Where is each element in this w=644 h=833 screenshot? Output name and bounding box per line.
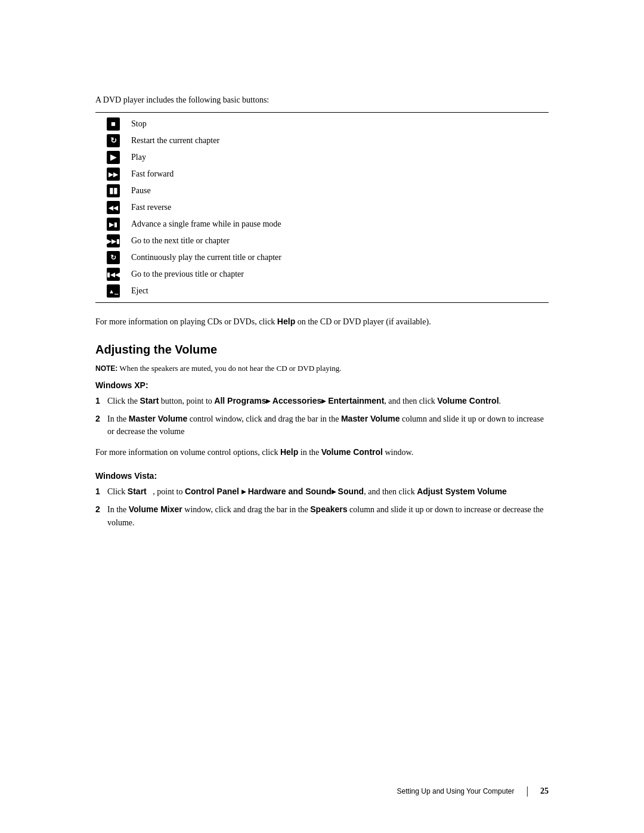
note-block: NOTE: When the speakers are muted, you d… (95, 363, 549, 374)
step-number: 1 (95, 485, 107, 498)
play-icon: ▶ (107, 151, 120, 164)
note-text: When the speakers are muted, you do not … (119, 364, 341, 373)
xp-steps-list: 1 Click the Start button, point to All P… (95, 395, 549, 438)
start-term2: Start (128, 487, 147, 496)
prevtitle-icon: ▮◀◀ (107, 268, 120, 281)
windows-vista-label: Windows Vista: (95, 471, 549, 481)
icon-cell: ▶ (95, 149, 131, 166)
table-row: ▮▮ Pause (95, 182, 549, 199)
note-label: NOTE: (95, 364, 117, 373)
description-cell: Continuously play the current title or c… (131, 249, 549, 266)
nexttitle-icon: ▶▶▮ (107, 234, 120, 247)
icon-cell: ▮▮ (95, 182, 131, 199)
description-cell: Go to the next title or chapter (131, 233, 549, 249)
volumecontrol-term: Volume Control (437, 396, 499, 405)
description-cell: Eject (131, 283, 549, 303)
list-item: 2 In the Master Volume control window, c… (95, 413, 549, 438)
list-item: 1 Click Start , point to Control Panel ▸… (95, 485, 549, 498)
footer-info-text: For more information on playing CDs or D… (95, 315, 549, 329)
icon-cell: ▶▶▮ (95, 233, 131, 249)
list-item: 1 Click the Start button, point to All P… (95, 395, 549, 408)
step-content: In the Volume Mixer window, click and dr… (107, 503, 549, 529)
footer-divider: | (526, 785, 528, 797)
section-title: Adjusting the Volume (95, 343, 549, 357)
mastervolume-term: Master Volume (129, 414, 188, 423)
speakers-term: Speakers (310, 504, 347, 514)
dvd-buttons-table: ■ Stop ↻ Restart the current chapter ▶ P… (95, 112, 549, 303)
table-row: ▶▶ Fast forward (95, 166, 549, 182)
icon-cell: ↻ (95, 249, 131, 266)
xp-footer-text: For more information on volume control o… (95, 445, 549, 459)
description-cell: Go to the previous title or chapter (131, 266, 549, 283)
start-term: Start (140, 396, 159, 405)
description-cell: Restart the current chapter (131, 132, 549, 149)
table-row: ▲⎯ Eject (95, 283, 549, 303)
fastreverse-icon: ◀◀ (107, 201, 120, 214)
pause-icon: ▮▮ (107, 184, 120, 197)
stop-icon: ■ (107, 117, 120, 131)
help-term2: Help (280, 447, 298, 457)
table-row: ◀◀ Fast reverse (95, 199, 549, 216)
step-number: 2 (95, 413, 107, 438)
icon-cell: ▶▶ (95, 166, 131, 182)
description-cell: Fast reverse (131, 199, 549, 216)
page-footer: Setting Up and Using Your Computer | 25 (0, 785, 644, 797)
icon-cell: ▮◀◀ (95, 266, 131, 283)
table-row: ↻ Continuously play the current title or… (95, 249, 549, 266)
step-content: In the Master Volume control window, cli… (107, 413, 549, 438)
icon-cell: ■ (95, 113, 131, 133)
icon-cell: ◀◀ (95, 199, 131, 216)
restart-icon: ↻ (107, 134, 120, 147)
vista-steps-list: 1 Click Start , point to Control Panel ▸… (95, 485, 549, 529)
volumecontrol2-term: Volume Control (321, 447, 383, 457)
step-number: 2 (95, 503, 107, 529)
allprograms-term: All Programs▸ Accessories▸ Entertainment (214, 396, 384, 405)
description-cell: Stop (131, 113, 549, 133)
description-cell: Play (131, 149, 549, 166)
table-row: ↻ Restart the current chapter (95, 132, 549, 149)
windows-xp-label: Windows XP: (95, 380, 549, 390)
controlpanel-term: Control Panel ▸ Hardware and Sound▸ Soun… (185, 487, 364, 496)
intro-text: A DVD player includes the following basi… (95, 95, 549, 105)
step-number: 1 (95, 395, 107, 408)
eject-icon: ▲⎯ (107, 284, 120, 298)
table-row: ▶▶▮ Go to the next title or chapter (95, 233, 549, 249)
icon-cell: ▲⎯ (95, 283, 131, 303)
fastforward-icon: ▶▶ (107, 168, 120, 181)
icon-cell: ▶▮ (95, 216, 131, 233)
table-row: ▮◀◀ Go to the previous title or chapter (95, 266, 549, 283)
step-content: Click Start , point to Control Panel ▸ H… (107, 485, 549, 498)
step-content: Click the Start button, point to All Pro… (107, 395, 549, 408)
list-item: 2 In the Volume Mixer window, click and … (95, 503, 549, 529)
footer-text: Setting Up and Using Your Computer (397, 787, 515, 795)
help-term: Help (277, 317, 295, 326)
description-cell: Fast forward (131, 166, 549, 182)
description-cell: Pause (131, 182, 549, 199)
table-row: ▶ Play (95, 149, 549, 166)
repeat-icon: ↻ (107, 251, 120, 264)
volumemixer-term: Volume Mixer (129, 504, 182, 514)
adjustvolume-term: Adjust System Volume (417, 487, 507, 496)
frameadvance-icon: ▶▮ (107, 218, 120, 231)
icon-cell: ↻ (95, 132, 131, 149)
mastervolume2-term: Master Volume (341, 414, 400, 423)
description-cell: Advance a single frame while in pause mo… (131, 216, 549, 233)
table-row: ■ Stop (95, 113, 549, 133)
table-row: ▶▮ Advance a single frame while in pause… (95, 216, 549, 233)
page-number: 25 (540, 786, 549, 796)
